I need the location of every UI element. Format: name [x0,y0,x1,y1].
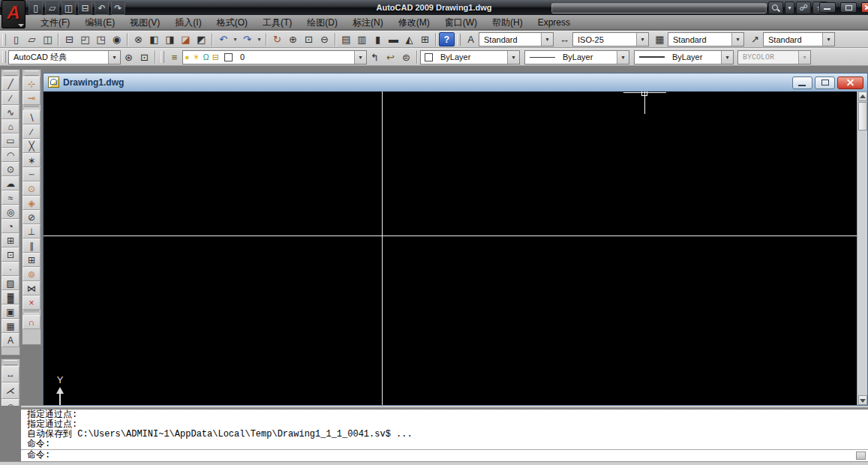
undo-flyout-button[interactable]: ▾ [231,32,239,47]
table-button[interactable]: ▦ [2,319,20,333]
chevron-down-icon[interactable]: ▾ [822,33,834,46]
vertical-scrollbar[interactable] [857,92,867,405]
region-button[interactable]: ▣ [2,304,20,319]
snap-to-nearest-button[interactable]: ⋈ [23,281,41,296]
help-button[interactable]: ? [439,32,455,46]
autocad-logo-button[interactable]: A [2,0,26,28]
make-block-button[interactable]: ⊡ [2,248,20,262]
arc-button[interactable]: ◠ [2,148,20,162]
search-dropdown-button[interactable]: ▾ [785,2,794,14]
snap-to-quadrant-button[interactable]: ◈ [23,196,41,210]
plot-button[interactable]: ⊟ [62,32,77,47]
paste-button[interactable]: ◨ [162,32,178,47]
zoom-previous-button[interactable]: ⊖ [317,32,332,47]
chevron-down-icon[interactable]: ▾ [721,51,733,64]
snap-to-tangent-button[interactable]: ⊘ [23,210,41,224]
copy-button[interactable]: ◧ [146,32,162,47]
text-style-button[interactable]: A [463,32,479,47]
menu-view[interactable]: 视图(V) [122,15,167,30]
scrollbar-thumb[interactable] [858,102,867,130]
linetype-combo[interactable]: ByLayer ▾ [524,50,629,64]
minimize-button[interactable] [819,2,836,13]
menu-dimension[interactable]: 标注(N) [345,15,391,30]
snap-to-node-button[interactable]: ⊚ [23,267,41,281]
designcenter-button[interactable]: ▥ [354,32,370,47]
table-style-combo[interactable]: Standard ▾ [668,32,744,46]
menu-insert[interactable]: 插入(I) [167,15,209,30]
search-button[interactable] [768,2,783,14]
menu-modify[interactable]: 修改(M) [391,15,437,30]
menu-help[interactable]: 帮助(H) [485,15,530,30]
chevron-down-icon[interactable]: ▾ [507,51,519,64]
open-button[interactable]: ▱ [24,32,40,47]
temporary-track-point-button[interactable]: ⊹ [23,76,41,91]
undo-button[interactable]: ↶ [215,32,231,47]
text-style-combo[interactable]: Standard ▾ [479,32,554,46]
snap-to-intersection-button[interactable]: ╳ [23,139,41,153]
plot-preview-button[interactable]: ◰ [77,32,93,47]
workspace-combo[interactable]: AutoCAD 经典 ▾ [8,50,121,64]
toolbar-grip[interactable] [2,51,6,63]
layer-properties-manager-button[interactable]: ≡ [167,50,182,64]
document-minimize-button[interactable] [792,76,812,89]
workspace-settings-button[interactable]: ⊛ [121,50,137,64]
pan-realtime-button[interactable]: ↻ [269,32,285,47]
vertical-construction-line[interactable] [382,92,383,405]
scroll-up-button[interactable] [858,92,867,101]
layer-on-bulb-icon[interactable]: ● [185,52,190,62]
object-color-combo[interactable]: ByLayer ▾ [420,50,520,64]
menu-file[interactable]: 文件(F) [33,15,77,30]
toolbar-grip[interactable] [4,360,17,365]
cut-button[interactable]: ⊗ [131,32,146,47]
drawing-canvas[interactable]: Y [44,92,857,405]
menu-tools[interactable]: 工具(T) [255,15,299,30]
sheet-set-manager-button[interactable]: ▬ [386,32,401,47]
construction-line-button[interactable]: ∕ [2,91,20,105]
rectangle-button[interactable]: ▭ [2,134,20,148]
line-button[interactable]: ╱ [2,76,20,91]
hatch-button[interactable]: ▨ [2,276,20,290]
infocenter-search-field[interactable] [551,3,767,14]
make-object-layer-current-button[interactable]: ↰ [367,50,383,64]
command-history[interactable]: 指定通过点:指定通过点:自动保存到 C:\Users\ADMINI~1\AppD… [21,410,868,449]
match-properties-button[interactable]: ◪ [178,32,194,47]
horizontal-construction-line[interactable] [44,236,857,236]
point-button[interactable]: ∙ [2,262,20,276]
snap-to-midpoint-button[interactable]: ∕ [23,124,41,139]
menu-express[interactable]: Express [530,15,578,30]
layer-plot-icon[interactable]: ⊟ [212,52,219,62]
chevron-down-icon[interactable]: ▾ [541,33,553,46]
insert-block-button[interactable]: ⊞ [2,233,20,248]
snap-to-endpoint-button[interactable]: ∖ [23,110,41,124]
linear-dimension-button[interactable]: ↔ [2,366,20,382]
osnap-settings-button[interactable]: ∩ [23,315,41,329]
3d-dwf-button[interactable]: ◉ [109,32,125,47]
publish-button[interactable]: ◳ [93,32,109,47]
redo-button[interactable]: ↷ [239,32,255,47]
close-button[interactable] [861,2,868,13]
zoom-realtime-button[interactable]: ⊕ [285,32,301,47]
quickcalc-button[interactable]: ⊞ [417,32,433,47]
document-restore-button[interactable] [815,76,835,89]
chevron-down-icon[interactable]: ▾ [636,33,648,46]
document-title-bar[interactable]: Drawing1.dwg [44,74,867,92]
menu-format[interactable]: 格式(O) [209,15,255,30]
markup-set-manager-button[interactable]: ◭ [401,32,417,47]
menu-window[interactable]: 窗口(W) [437,15,485,30]
snap-to-apparent-intersection-button[interactable]: ∗ [23,153,41,167]
dimension-style-button[interactable]: ↔ [557,32,572,47]
document-close-button[interactable] [837,76,863,89]
chevron-down-icon[interactable]: ▾ [731,33,743,46]
snap-to-parallel-button[interactable]: ∥ [23,238,41,253]
snap-to-center-button[interactable]: ⊙ [23,182,41,196]
layer-lock-icon[interactable]: Ω [203,52,209,62]
snap-to-extension-button[interactable]: ┄ [23,167,41,182]
properties-palette-button[interactable]: ▤ [338,32,354,47]
chevron-down-icon[interactable]: ▾ [354,51,366,64]
chevron-down-icon[interactable]: ▾ [617,51,629,64]
polyline-button[interactable]: ∿ [2,105,20,119]
layer-freeze-sun-icon[interactable]: ☀ [193,52,200,62]
table-style-button[interactable]: ▦ [652,32,668,47]
redo-flyout-button[interactable]: ▾ [255,32,263,47]
polygon-button[interactable]: ⌂ [2,119,20,134]
